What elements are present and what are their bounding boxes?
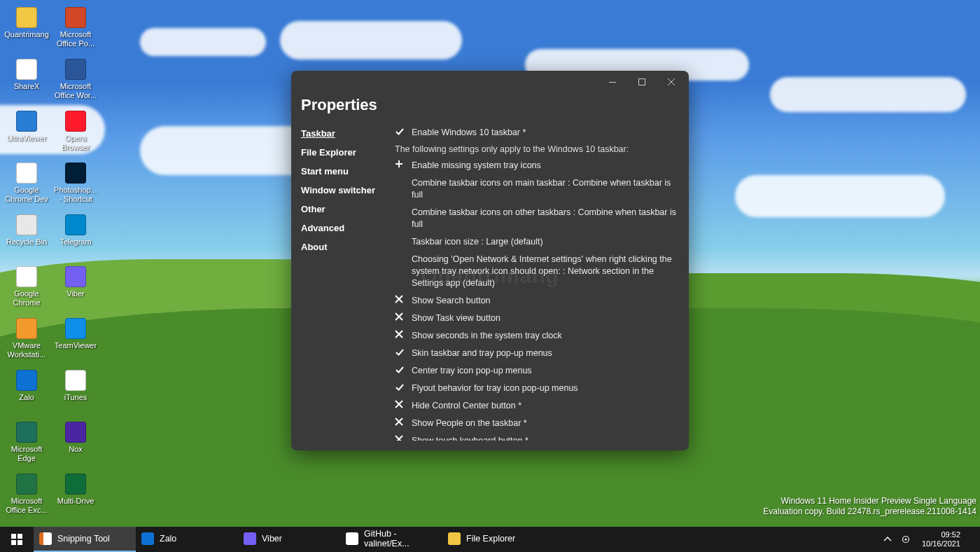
watermark-line2: Evaluation copy. Build 22478.rs_prerelea… xyxy=(763,506,976,517)
setting-state-icon xyxy=(395,365,405,375)
desktop-icon-label: Viber xyxy=(66,289,84,298)
desktop-icon[interactable]: Google Chrome xyxy=(2,263,51,315)
desktop-icon-label: ShareX xyxy=(14,82,40,91)
desktop-icon-label: Zalo xyxy=(19,393,34,402)
sidebar-item-advanced[interactable]: Advanced xyxy=(301,219,378,237)
taskbar-item[interactable]: Zalo xyxy=(136,527,238,552)
taskbar-item-label: File Explorer xyxy=(466,534,515,544)
setting-label: Show touch keyboard button * xyxy=(412,435,679,441)
setting-row[interactable]: Enable Windows 10 taskbar * xyxy=(395,124,679,142)
sidebar-item-taskbar[interactable]: Taskbar xyxy=(301,124,378,143)
setting-label: Choosing 'Open Network & Internet settin… xyxy=(412,254,679,289)
setting-row[interactable]: Combine taskbar icons on other taskbars … xyxy=(395,204,679,233)
sidebar-item-other[interactable]: Other xyxy=(301,200,378,219)
app-icon xyxy=(64,265,87,288)
sidebar: TaskbarFile ExplorerStart menuWindow swi… xyxy=(301,124,378,441)
app-icon xyxy=(15,265,38,288)
desktop-icon[interactable]: Zalo xyxy=(2,366,51,418)
taskbar-item[interactable]: Viber xyxy=(238,527,340,552)
sidebar-item-start-menu[interactable]: Start menu xyxy=(301,162,378,181)
desktop-icon-label: Telegram xyxy=(59,237,91,247)
sidebar-item-about[interactable]: About xyxy=(301,237,378,256)
setting-row[interactable]: Center tray icon pop-up menus xyxy=(395,362,679,380)
clock-time: 09:52 xyxy=(922,530,960,539)
setting-row[interactable]: Show Task view button xyxy=(395,310,679,327)
desktop-icon[interactable]: ShareX xyxy=(2,55,51,107)
desktop-icons: QuantrimangShareXUltraViewerGoogle Chrom… xyxy=(2,4,114,522)
desktop-icon[interactable]: Microsoft Office Po... xyxy=(51,4,100,55)
bg-cloud xyxy=(140,28,266,56)
taskbar-item[interactable]: File Explorer xyxy=(442,527,545,552)
gear-icon xyxy=(901,534,911,544)
app-icon xyxy=(15,369,38,392)
taskbar-app-icon xyxy=(141,532,154,545)
properties-window: Properties TaskbarFile ExplorerStart men… xyxy=(291,71,689,450)
settings-note: The following settings only apply to the… xyxy=(395,142,679,157)
desktop-icon[interactable]: Quantrimang xyxy=(2,4,51,55)
desktop-icon[interactable]: Microsoft Edge xyxy=(2,418,51,470)
desktop-icon[interactable]: Photoshop... - Shortcut xyxy=(51,159,100,211)
desktop-icon[interactable]: Google Chrome Dev xyxy=(2,159,51,211)
setting-label: Show seconds in the system tray clock xyxy=(412,330,679,342)
desktop-icon[interactable]: Opera Browser xyxy=(51,107,100,159)
app-icon xyxy=(15,421,38,443)
setting-label: Center tray icon pop-up menus xyxy=(412,365,679,377)
app-icon xyxy=(15,162,38,184)
taskbar-item[interactable]: GitHub - valinet/Ex... xyxy=(340,527,442,552)
start-button[interactable] xyxy=(0,527,34,552)
setting-label: Enable Windows 10 taskbar * xyxy=(412,127,679,139)
desktop-icon-label: Google Chrome xyxy=(4,289,50,308)
setting-row[interactable]: Skin taskbar and tray pop-up menus xyxy=(395,345,679,362)
setting-row[interactable]: Combine taskbar icons on main taskbar : … xyxy=(395,174,679,204)
desktop-icon[interactable]: Microsoft Office Wor... xyxy=(51,55,100,107)
tray-chevron-icon[interactable] xyxy=(881,533,894,546)
svg-rect-1 xyxy=(639,79,645,85)
desktop-icon[interactable]: VMware Workstati... xyxy=(2,315,51,366)
setting-row[interactable]: Show seconds in the system tray clock xyxy=(395,327,679,345)
desktop-icon[interactable]: Viber xyxy=(51,263,100,315)
bg-cloud xyxy=(770,77,966,112)
tray-settings-icon[interactable] xyxy=(899,533,912,546)
desktop-icon-label: Google Chrome Dev xyxy=(4,186,50,204)
app-icon xyxy=(64,473,87,495)
setting-row[interactable]: Show touch keyboard button * xyxy=(395,432,679,441)
desktop[interactable]: QuantrimangShareXUltraViewerGoogle Chrom… xyxy=(0,0,980,552)
watermark-line1: Windows 11 Home Insider Preview Single L… xyxy=(763,496,976,506)
maximize-button[interactable] xyxy=(627,72,657,92)
setting-row[interactable]: Show People on the taskbar * xyxy=(395,415,679,432)
setting-label: Skin taskbar and tray pop-up menus xyxy=(412,347,679,359)
desktop-icon[interactable]: iTunes xyxy=(51,366,100,418)
sidebar-item-file-explorer[interactable]: File Explorer xyxy=(301,143,378,162)
app-icon xyxy=(64,6,87,29)
setting-label: Flyout behavior for tray icon pop-up men… xyxy=(412,382,679,394)
sidebar-item-window-switcher[interactable]: Window switcher xyxy=(301,181,378,200)
desktop-icon[interactable]: Telegram xyxy=(51,211,100,263)
taskbar-clock[interactable]: 09:52 10/16/2021 xyxy=(918,530,965,548)
setting-row[interactable]: Choosing 'Open Network & Internet settin… xyxy=(395,251,679,292)
close-button[interactable] xyxy=(657,72,686,92)
minimize-button[interactable] xyxy=(598,72,627,92)
desktop-icon[interactable]: Recycle Bin xyxy=(2,211,51,263)
desktop-icon-label: Multi-Drive xyxy=(57,497,94,506)
setting-row[interactable]: Enable missing system tray icons xyxy=(395,157,679,174)
taskbar-app-icon xyxy=(39,532,52,545)
taskbar-item-label: Viber xyxy=(262,534,282,544)
desktop-icon[interactable]: Nox xyxy=(51,418,100,470)
svg-rect-0 xyxy=(609,82,616,83)
system-tray: 09:52 10/16/2021 xyxy=(876,527,980,552)
app-icon xyxy=(64,58,87,81)
desktop-icon[interactable]: Multi-Drive xyxy=(51,470,100,522)
taskbar-item[interactable]: Snipping Tool xyxy=(34,527,136,552)
windows-icon xyxy=(11,534,22,545)
desktop-icon[interactable]: Microsoft Office Exc... xyxy=(2,470,51,522)
setting-row[interactable]: Taskbar icon size : Large (default) xyxy=(395,233,679,251)
desktop-icon[interactable]: TeamViewer xyxy=(51,315,100,366)
app-icon xyxy=(15,473,38,495)
taskbar-app-icon xyxy=(346,532,358,545)
desktop-icon-label: Microsoft Edge xyxy=(4,445,50,463)
desktop-icon[interactable]: UltraViewer xyxy=(2,107,51,159)
setting-row[interactable]: Show Search button xyxy=(395,292,679,310)
setting-row[interactable]: Flyout behavior for tray icon pop-up men… xyxy=(395,380,679,397)
setting-row[interactable]: Hide Control Center button * xyxy=(395,397,679,415)
svg-rect-3 xyxy=(18,534,22,539)
